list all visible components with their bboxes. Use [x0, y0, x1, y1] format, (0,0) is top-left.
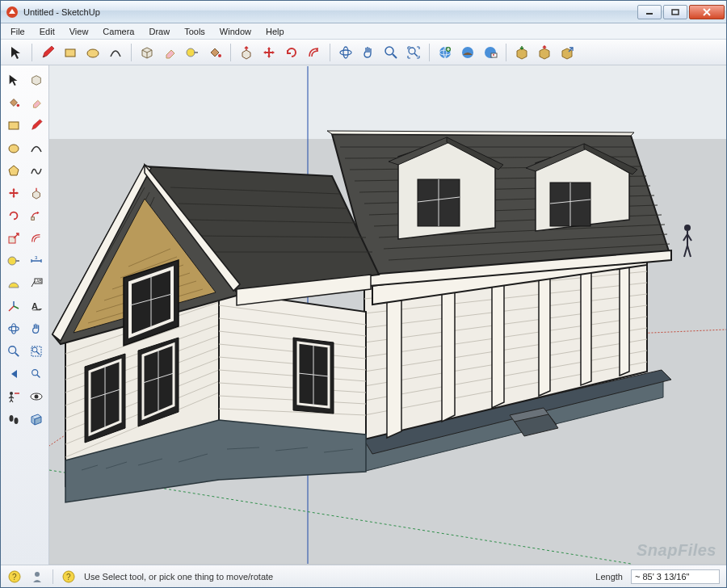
orbit-icon[interactable]: [2, 317, 25, 340]
rotate-icon[interactable]: [281, 42, 302, 63]
statusbar: ? ? Use Select tool, or pick one thing t…: [1, 565, 726, 587]
menu-help[interactable]: Help: [259, 25, 291, 38]
section-plane-icon[interactable]: [25, 408, 48, 430]
svg-point-24: [8, 257, 16, 265]
axes-icon[interactable]: [2, 295, 25, 317]
walk-icon[interactable]: [2, 408, 25, 430]
zoom-window-icon[interactable]: [25, 340, 48, 363]
position-camera-icon[interactable]: [2, 385, 25, 408]
paint-bucket-icon[interactable]: [2, 91, 25, 114]
select-arrow-icon[interactable]: [2, 69, 25, 91]
polygon-icon[interactable]: [2, 159, 25, 182]
text-label-icon[interactable]: AB: [25, 272, 48, 295]
zoom-extents-icon[interactable]: [403, 42, 424, 63]
eraser-icon[interactable]: [25, 91, 48, 114]
zoom-icon[interactable]: [380, 42, 401, 63]
export-icon[interactable]: [557, 42, 578, 63]
svg-point-18: [493, 54, 494, 56]
offset-icon[interactable]: [25, 227, 48, 250]
circle-icon[interactable]: [82, 42, 103, 63]
zoom-extents-icon[interactable]: [25, 363, 48, 385]
move-icon[interactable]: [258, 42, 279, 63]
scale-icon[interactable]: [2, 227, 25, 250]
make-component-icon[interactable]: [137, 42, 158, 63]
titlebar: Untitled - SketchUp: [1, 1, 726, 23]
svg-rect-20: [9, 122, 19, 129]
close-button[interactable]: [689, 5, 725, 19]
menu-file[interactable]: File: [4, 25, 32, 38]
side-toolbox: 3 AB A: [1, 65, 49, 565]
orbit-icon[interactable]: [335, 42, 356, 63]
pencil-icon[interactable]: [25, 114, 48, 136]
move-icon[interactable]: [2, 182, 25, 204]
previous-icon[interactable]: [2, 363, 25, 385]
dimension-icon[interactable]: 3: [25, 250, 48, 272]
tape-measure-icon[interactable]: [2, 250, 25, 272]
status-help-icon[interactable]: ?: [61, 569, 76, 584]
followme-icon[interactable]: [25, 204, 48, 227]
menu-tools[interactable]: Tools: [178, 25, 212, 38]
photo-textures-icon[interactable]: [480, 42, 501, 63]
status-separator: [53, 569, 53, 584]
pencil-icon[interactable]: [37, 42, 58, 63]
svg-point-30: [8, 326, 18, 330]
svg-point-64: [35, 572, 40, 577]
minimize-button[interactable]: [637, 5, 662, 19]
select-arrow-icon[interactable]: [6, 42, 27, 63]
menu-view[interactable]: View: [63, 25, 95, 38]
rectangle-icon[interactable]: [2, 114, 25, 136]
share-model-icon[interactable]: [534, 42, 555, 63]
svg-point-4: [87, 49, 99, 57]
eraser-icon[interactable]: [159, 42, 180, 63]
arc-icon[interactable]: [105, 42, 126, 63]
freehand-icon[interactable]: [25, 159, 48, 182]
tape-measure-icon[interactable]: [182, 42, 203, 63]
status-info-icon[interactable]: ?: [7, 569, 22, 584]
arc-icon[interactable]: [25, 136, 48, 159]
pan-icon[interactable]: [358, 42, 379, 63]
svg-rect-3: [65, 49, 75, 57]
paint-bucket-icon[interactable]: [204, 42, 225, 63]
rectangle-icon[interactable]: [60, 42, 81, 63]
viewport-3d[interactable]: SnapFiles: [49, 65, 726, 565]
svg-rect-6: [194, 52, 198, 53]
status-hint: Use Select tool, or pick one thing to mo…: [84, 572, 587, 582]
svg-rect-2: [672, 10, 679, 15]
status-length-value: ~ 85' 3 13/16": [631, 569, 720, 584]
status-person-icon[interactable]: [30, 569, 44, 584]
rotate-icon[interactable]: [2, 204, 25, 227]
toggle-terrain-icon[interactable]: [457, 42, 478, 63]
window-controls: [636, 5, 725, 19]
svg-rect-22: [31, 217, 34, 220]
look-around-icon[interactable]: [25, 385, 48, 408]
content-area: 3 AB A: [1, 65, 726, 565]
scene-canvas: [49, 65, 726, 565]
add-location-icon[interactable]: [435, 42, 456, 63]
top-toolbar: [1, 40, 726, 65]
toolbar-separator: [131, 44, 132, 61]
menu-camera[interactable]: Camera: [96, 25, 141, 38]
menu-draw[interactable]: Draw: [142, 25, 176, 38]
circle-icon[interactable]: [2, 136, 25, 159]
svg-point-10: [385, 47, 393, 55]
svg-rect-41: [49, 66, 726, 139]
protractor-icon[interactable]: [2, 272, 25, 295]
3d-text-icon[interactable]: A: [25, 295, 48, 317]
menu-window[interactable]: Window: [213, 25, 258, 38]
svg-point-39: [9, 415, 13, 422]
svg-point-32: [8, 346, 15, 354]
get-models-icon[interactable]: [511, 42, 532, 63]
svg-rect-1: [646, 13, 653, 15]
push-pull-icon[interactable]: [25, 182, 48, 204]
zoom-icon[interactable]: [2, 340, 25, 363]
make-component-icon[interactable]: [25, 69, 48, 91]
offset-icon[interactable]: [304, 42, 325, 63]
svg-point-7: [218, 54, 221, 57]
toolbar-separator: [429, 44, 430, 61]
toolbar-separator: [230, 44, 231, 61]
menu-edit[interactable]: Edit: [33, 25, 61, 38]
svg-point-9: [343, 47, 348, 58]
push-pull-icon[interactable]: [236, 42, 257, 63]
pan-icon[interactable]: [25, 317, 48, 340]
maximize-button[interactable]: [663, 5, 687, 19]
